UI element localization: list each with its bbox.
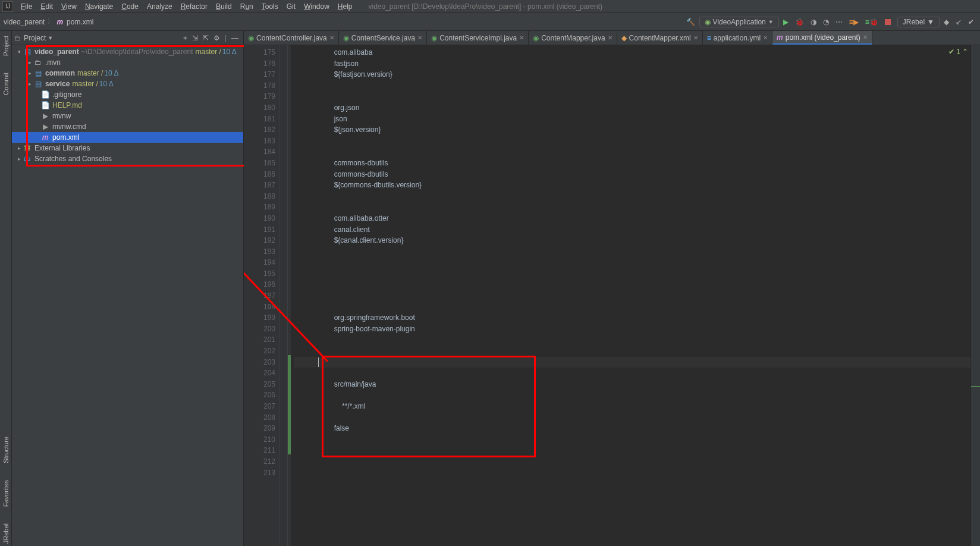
close-icon[interactable]: ✕: [329, 34, 334, 41]
file-type-icon: ◉: [343, 34, 349, 42]
tree-label: service: [45, 80, 70, 88]
expand-all-icon[interactable]: ⇲: [190, 34, 200, 42]
menu-edit[interactable]: Edit: [36, 2, 57, 11]
tree-row[interactable]: 📄 .gitignore: [12, 89, 243, 100]
tab-label: ContentMapper.java: [541, 34, 605, 42]
rail-structure[interactable]: Structure: [2, 434, 10, 466]
rail-project[interactable]: Project: [2, 33, 10, 58]
tree-root[interactable]: ▾ ▤ video_parent ~\D:\Develop\IdeaPro\vi…: [12, 46, 243, 57]
menu-analyze[interactable]: Analyze: [143, 2, 177, 11]
collapse-all-icon[interactable]: ⇱: [200, 34, 211, 42]
git-update-icon[interactable]: ↙: [953, 18, 964, 26]
run-config-dropdown[interactable]: ◉ VideoApplication ▼: [699, 17, 779, 27]
menu-git[interactable]: Git: [282, 2, 300, 11]
tree-row[interactable]: ▸ ▤ service master / 10 Δ: [12, 79, 243, 89]
editor-tab[interactable]: ◉ContentServiceImpl.java✕: [427, 31, 529, 45]
jrebel-dropdown[interactable]: JRebel ▼: [897, 17, 940, 27]
menu-code[interactable]: Code: [117, 2, 143, 11]
tree-row[interactable]: ▸ 🗀 .mvn: [12, 57, 243, 68]
profiler-icon[interactable]: ◔: [821, 18, 831, 26]
tree-label: mvnw.cmd: [52, 123, 86, 131]
menu-help[interactable]: Help: [334, 2, 357, 11]
maven-icon: m: [56, 18, 63, 26]
run-config-name: VideoApplication: [713, 18, 766, 26]
gear-icon[interactable]: ⚙: [211, 34, 222, 42]
expand-icon[interactable]: ▸: [26, 81, 33, 87]
editor-tab[interactable]: ◉ContentMapper.java✕: [529, 31, 617, 45]
project-view-icon: 🗀: [14, 34, 21, 42]
run-icon[interactable]: ▶: [781, 18, 791, 26]
chevron-down-icon[interactable]: ▼: [48, 35, 53, 41]
rail-favorites[interactable]: Favorites: [2, 478, 10, 509]
code-area[interactable]: com.alibaba fastjson ${fastjson.version}…: [291, 45, 970, 546]
tree-row-selected[interactable]: m pom.xml: [12, 132, 243, 143]
line-gutter[interactable]: 1751761771781791801811821831841851861871…: [244, 45, 279, 546]
editor-tab[interactable]: ◆ContentMapper.xml✕: [617, 31, 703, 45]
editor-tab[interactable]: ◉ContentController.java✕: [244, 31, 339, 45]
debug-icon[interactable]: 🐞: [793, 18, 806, 26]
more-run-icon[interactable]: ⋯: [833, 18, 845, 26]
rail-commit[interactable]: Commit: [2, 70, 10, 98]
tree-label: common: [45, 69, 75, 77]
rail-jrebel[interactable]: JRebel: [2, 521, 10, 546]
tree-label: External Libraries: [34, 144, 90, 152]
fold-gutter[interactable]: [279, 45, 288, 546]
close-icon[interactable]: ✕: [519, 34, 524, 41]
build-icon[interactable]: 🔨: [684, 18, 698, 26]
tree-label: mvnw: [52, 112, 71, 120]
close-icon[interactable]: ✕: [608, 34, 612, 41]
tree-row[interactable]: ▸ 🗂 Scratches and Consoles: [12, 153, 243, 164]
jrebel-misc-icon[interactable]: ◆: [941, 18, 951, 26]
breadcrumb-root[interactable]: video_parent: [4, 18, 45, 26]
coverage-icon[interactable]: ◑: [808, 18, 819, 26]
menu-refactor[interactable]: Refactor: [177, 2, 212, 11]
file-type-icon: ◉: [533, 34, 539, 42]
menubar: IJ FileEditViewNavigateCodeAnalyzeRefact…: [0, 0, 980, 13]
error-stripe[interactable]: [970, 45, 980, 546]
menu-tools[interactable]: Tools: [257, 2, 282, 11]
close-icon[interactable]: ✕: [417, 34, 422, 41]
tree-label: video_parent: [34, 48, 79, 56]
tree-row[interactable]: ▶ mvnw: [12, 111, 243, 121]
expand-icon[interactable]: ▸: [26, 59, 33, 65]
close-icon[interactable]: ✕: [693, 34, 698, 41]
file-icon: ▶: [40, 123, 50, 131]
git-changes: 10 Δ: [104, 69, 118, 77]
left-tool-rail: Project Commit Structure Favorites JRebe…: [0, 31, 12, 546]
editor-tab[interactable]: ≡application.yml✕: [703, 31, 772, 45]
expand-icon[interactable]: ▸: [15, 145, 23, 151]
hide-panel-icon[interactable]: —: [229, 34, 241, 42]
tree-row[interactable]: 📄 HELP.md: [12, 100, 243, 111]
menu-window[interactable]: Window: [300, 2, 334, 11]
editor-tab[interactable]: mpom.xml (video_parent)✕: [772, 31, 872, 45]
menu-file[interactable]: File: [17, 2, 36, 11]
jrebel-debug-icon[interactable]: ≡🐞: [863, 18, 881, 26]
tree-label: .mvn: [45, 58, 61, 67]
editor-tabs: ◉ContentController.java✕◉ContentService.…: [244, 31, 980, 45]
tree-row[interactable]: ▸ 🏛 External Libraries: [12, 143, 243, 153]
tree-row[interactable]: ▶ mvnw.cmd: [12, 121, 243, 132]
breadcrumb-file[interactable]: pom.xml: [67, 18, 93, 26]
jrebel-run-icon[interactable]: ≡▶: [847, 18, 861, 26]
select-opened-file-icon[interactable]: ⌖: [181, 34, 190, 42]
stop-icon[interactable]: [885, 19, 891, 25]
tree-row[interactable]: ▸ ▤ common master / 10 Δ: [12, 68, 243, 79]
menu-run[interactable]: Run: [236, 2, 257, 11]
git-branch: master /: [72, 80, 98, 88]
menu-navigate[interactable]: Navigate: [81, 2, 117, 11]
editor-tab[interactable]: ◉ContentService.java✕: [339, 31, 427, 45]
project-pane: 🗀 Project ▼ ⌖ ⇲ ⇱ ⚙ | — ▾ ▤ video_parent…: [12, 31, 244, 546]
module-icon: ▤: [23, 48, 32, 56]
inspection-badge[interactable]: ✔ 1 ⌃: [948, 48, 968, 56]
menu-build[interactable]: Build: [212, 2, 236, 11]
file-type-icon: ◆: [621, 34, 627, 42]
close-icon[interactable]: ✕: [763, 34, 768, 41]
project-tree[interactable]: ▾ ▤ video_parent ~\D:\Develop\IdeaPro\vi…: [12, 45, 243, 546]
expand-icon[interactable]: ▸: [15, 156, 23, 162]
collapse-icon[interactable]: ▾: [15, 49, 23, 55]
menu-view[interactable]: View: [57, 2, 81, 11]
expand-icon[interactable]: ▸: [26, 70, 33, 76]
project-view-title[interactable]: Project: [24, 34, 46, 42]
git-commit-icon[interactable]: ✔: [966, 18, 976, 26]
close-icon[interactable]: ✕: [863, 34, 868, 40]
